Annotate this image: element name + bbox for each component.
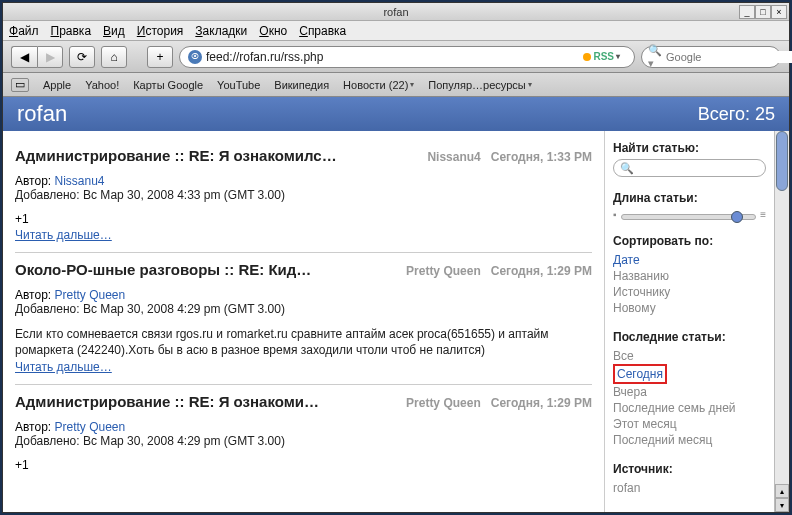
article-author: Автор: Pretty Queen — [15, 420, 592, 434]
add-button[interactable]: + — [147, 46, 173, 68]
menu-help[interactable]: Справка — [299, 24, 346, 38]
sb-recent-label: Последние статьи: — [613, 330, 766, 344]
article-title[interactable]: Администрирование :: RE: Я ознакомилс… — [15, 147, 419, 164]
article-title[interactable]: Около-РО-шные разговоры :: RE: Кид… — [15, 261, 398, 278]
bookmark-yahoo[interactable]: Yahoo! — [85, 79, 119, 91]
bookmark-maps[interactable]: Карты Google — [133, 79, 203, 91]
window-title: rofan — [3, 6, 789, 18]
sb-length-label: Длина статьи: — [613, 191, 766, 205]
recent-list: Все Сегодня Вчера Последние семь дней Эт… — [613, 348, 766, 448]
maximize-button[interactable]: □ — [755, 5, 771, 19]
feed-icon: ⦿ — [188, 50, 202, 64]
article-added: Добавлено: Вс Мар 30, 2008 4:29 pm (GMT … — [15, 434, 592, 448]
article-author: Автор: Pretty Queen — [15, 288, 592, 302]
scrollbar[interactable]: ▴ ▾ — [774, 131, 789, 512]
titlebar: rofan _ □ × — [3, 3, 789, 21]
bookmarks-icon[interactable]: ▭ — [11, 78, 29, 92]
search-input[interactable] — [666, 51, 792, 63]
recent-yesterday[interactable]: Вчера — [613, 384, 766, 400]
menubar: Файл Правка Вид История Закладки Окно Сп… — [3, 21, 789, 41]
reload-button[interactable]: ⟳ — [69, 46, 95, 68]
scroll-up-button[interactable]: ▴ — [775, 484, 789, 498]
bookmark-youtube[interactable]: YouTube — [217, 79, 260, 91]
author-link[interactable]: Pretty Queen — [55, 420, 126, 434]
sort-new[interactable]: Новому — [613, 300, 766, 316]
menu-history[interactable]: История — [137, 24, 184, 38]
menu-bookmarks[interactable]: Закладки — [195, 24, 247, 38]
article-meta: Pretty Queen Сегодня, 1:29 PM — [406, 264, 592, 278]
minimize-button[interactable]: _ — [739, 5, 755, 19]
slider-min-icon: ▪ — [613, 209, 617, 220]
article-added: Добавлено: Вс Мар 30, 2008 4:29 pm (GMT … — [15, 302, 592, 316]
feed-count: Всего: 25 — [698, 104, 775, 125]
article-item: Администрирование :: RE: Я ознакоми… Pre… — [15, 385, 592, 482]
feed-header: rofan Всего: 25 — [3, 97, 789, 131]
article-added: Добавлено: Вс Мар 30, 2008 4:33 pm (GMT … — [15, 188, 592, 202]
scroll-down-button[interactable]: ▾ — [775, 498, 789, 512]
length-slider[interactable] — [621, 214, 757, 220]
bookmarks-bar: ▭ Apple Yahoo! Карты Google YouTube Вики… — [3, 73, 789, 97]
sb-sort-label: Сортировать по: — [613, 234, 766, 248]
rss-icon — [583, 53, 591, 61]
article-author: Автор: Nissanu4 — [15, 174, 592, 188]
article-extra: +1 — [15, 212, 592, 226]
feed-title: rofan — [17, 101, 67, 127]
sb-search[interactable]: 🔍 — [613, 159, 766, 177]
sb-search-label: Найти статью: — [613, 141, 766, 155]
browser-window: rofan _ □ × Файл Правка Вид История Закл… — [2, 2, 790, 513]
slider-thumb[interactable] — [731, 211, 743, 223]
recent-today[interactable]: Сегодня — [613, 364, 667, 384]
back-button[interactable]: ◀ — [11, 46, 37, 68]
menu-view[interactable]: Вид — [103, 24, 125, 38]
sort-title[interactable]: Названию — [613, 268, 766, 284]
home-button[interactable]: ⌂ — [101, 46, 127, 68]
sb-source-label: Источник: — [613, 462, 766, 476]
search-icon: 🔍▾ — [648, 44, 662, 70]
read-more-link[interactable]: Читать дальше… — [15, 360, 112, 374]
source-rofan[interactable]: rofan — [613, 480, 766, 496]
bookmark-apple[interactable]: Apple — [43, 79, 71, 91]
articles-list: Администрирование :: RE: Я ознакомилс… N… — [3, 131, 604, 512]
article-item: Администрирование :: RE: Я ознакомилс… N… — [15, 139, 592, 253]
article-body: Если кто сомневается связи rgos.ru и rom… — [15, 326, 592, 358]
read-more-link[interactable]: Читать дальше… — [15, 228, 112, 242]
sort-date[interactable]: Дате — [613, 252, 766, 268]
article-title[interactable]: Администрирование :: RE: Я ознакоми… — [15, 393, 398, 410]
recent-month[interactable]: Этот месяц — [613, 416, 766, 432]
window-controls: _ □ × — [739, 5, 787, 19]
scrollbar-track[interactable] — [775, 131, 789, 484]
bookmark-news[interactable]: Новости (22)▾ — [343, 79, 414, 91]
source-list: rofan — [613, 480, 766, 496]
rss-badge[interactable]: RSS▾ — [577, 50, 626, 63]
recent-lastmonth[interactable]: Последний месяц — [613, 432, 766, 448]
bookmark-wikipedia[interactable]: Википедия — [274, 79, 329, 91]
recent-week[interactable]: Последние семь дней — [613, 400, 766, 416]
sidebar: Найти статью: 🔍 Длина статьи: ▪ ≡ Сортир… — [604, 131, 774, 512]
close-button[interactable]: × — [771, 5, 787, 19]
menu-file[interactable]: Файл — [9, 24, 39, 38]
search-bar[interactable]: 🔍▾ — [641, 46, 781, 68]
bookmark-popular[interactable]: Популяр…ресурсы▾ — [428, 79, 531, 91]
article-item: Около-РО-шные разговоры :: RE: Кид… Pret… — [15, 253, 592, 385]
url-input[interactable] — [206, 50, 573, 64]
toolbar: ◀ ▶ ⟳ ⌂ + ⦿ RSS▾ 🔍▾ — [3, 41, 789, 73]
recent-all[interactable]: Все — [613, 348, 766, 364]
content-area: Администрирование :: RE: Я ознакомилс… N… — [3, 131, 789, 512]
slider-max-icon: ≡ — [760, 209, 766, 220]
search-icon: 🔍 — [620, 162, 634, 175]
author-link[interactable]: Pretty Queen — [55, 288, 126, 302]
article-meta: Pretty Queen Сегодня, 1:29 PM — [406, 396, 592, 410]
author-link[interactable]: Nissanu4 — [55, 174, 105, 188]
url-bar[interactable]: ⦿ RSS▾ — [179, 46, 635, 68]
forward-button[interactable]: ▶ — [37, 46, 63, 68]
article-meta: Nissanu4 Сегодня, 1:33 PM — [427, 150, 592, 164]
nav-buttons: ◀ ▶ — [11, 46, 63, 68]
sort-source[interactable]: Источнику — [613, 284, 766, 300]
sort-list: Дате Названию Источнику Новому — [613, 252, 766, 316]
scrollbar-thumb[interactable] — [776, 131, 788, 191]
sb-search-input[interactable] — [634, 163, 759, 174]
menu-window[interactable]: Окно — [259, 24, 287, 38]
menu-edit[interactable]: Правка — [51, 24, 92, 38]
article-extra: +1 — [15, 458, 592, 472]
